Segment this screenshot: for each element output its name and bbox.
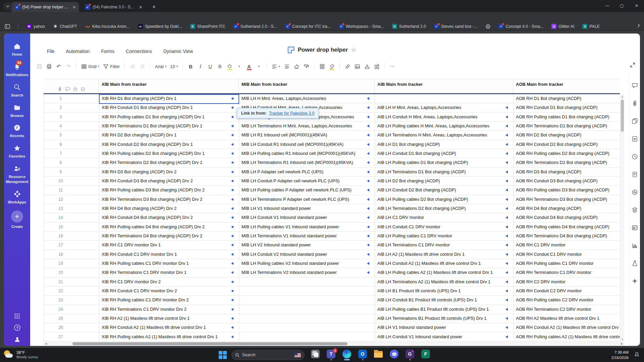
cell-aob-24[interactable]: AOB RH Terminations C2 DRV monitor <box>514 305 620 314</box>
row-number[interactable]: 10 <box>44 177 99 185</box>
row-number[interactable]: 13 <box>44 204 99 213</box>
insert-column-button[interactable] <box>372 62 381 71</box>
text-color-caret[interactable]: ▾ <box>255 62 263 71</box>
cell-mib-10[interactable]: MIB LH Conduit P Adapter cell newtork PL… <box>239 177 375 185</box>
bookmark-item[interactable]: ✓Steves sand box -... <box>434 24 478 29</box>
cell-aib-27[interactable]: AIB LH Conduit V1 Inbound standard power <box>375 333 514 341</box>
cell-xib-13[interactable]: XIB RH D4 Bot charging (ACDP) Drv 2 <box>99 204 239 213</box>
sidebar-item-notifications[interactable]: 54 Notifications <box>4 63 30 77</box>
horizontal-scrollbar[interactable]: ◀ ▶ <box>44 342 624 346</box>
cell-aob-5[interactable]: AOB RH D2 Bot charging (ACDP) <box>514 131 620 139</box>
column-header-aob[interactable]: AOB Main from tracker <box>513 79 620 93</box>
cell-aob-3[interactable]: AOB RH Pulling cables D1 Bot charging (A… <box>514 113 620 121</box>
cell-mib-19[interactable]: MIB LH Pulling cables V2 Inbound standar… <box>239 259 375 268</box>
cell-mib-21[interactable] <box>239 278 375 286</box>
view-switcher[interactable]: Grid▾ <box>80 62 101 71</box>
scroll-left-icon[interactable]: ◀ <box>44 342 48 346</box>
undo-button[interactable]: ↶ <box>54 62 63 71</box>
row-number[interactable]: 2 <box>44 103 99 112</box>
cell-aob-12[interactable]: AOB RH Terminations D3 Bot charging (ACD… <box>514 195 620 204</box>
comment-column-icon[interactable] <box>65 87 70 91</box>
sidebar-item-home[interactable]: Home <box>4 42 30 57</box>
cell-aob-7[interactable]: AOB RH Pulling cables D2 Bot charging (A… <box>514 149 620 158</box>
row-number[interactable]: 7 <box>44 149 99 158</box>
cell-mib-20[interactable]: MIB LH Terminations V2 Inbound standard … <box>239 268 375 277</box>
cell-aib-21[interactable]: AIB LH Terminations A2 (1) Mastless lift… <box>375 278 514 286</box>
cell-aob-2[interactable]: AOB RH Conduit D1 Bot charging (ACDP) <box>514 103 620 112</box>
bookmark-item[interactable]: SSutherland 2.0 <box>392 24 426 29</box>
taskbar-clock[interactable]: 7:38 AM 2/16/2026 <box>611 350 629 360</box>
scroll-right-icon[interactable]: ▶ <box>620 342 624 346</box>
row-number[interactable]: 9 <box>44 168 99 176</box>
bookmark-item[interactable]: ✓Sutherland 2.0 - S... <box>233 24 277 29</box>
underline-button[interactable]: U <box>206 62 215 71</box>
taskbar-app-photos[interactable] <box>311 350 320 360</box>
cell-aib-12[interactable]: AIB LH Pulling cables D2 Bot charging (A… <box>375 195 514 204</box>
cell-aib-6[interactable]: AIB LH D1 Bot charging (ACDP) <box>375 140 514 149</box>
cell-mib-24[interactable] <box>239 305 375 314</box>
sidebar-item-search[interactable]: Search <box>4 83 30 98</box>
cell-mib-22[interactable] <box>239 287 375 295</box>
cell-xib-7[interactable]: XIB RH Pulling cables D2 Bot charging (A… <box>99 149 239 158</box>
cell-aib-25[interactable]: AIB LH Terminations B1 Product lift cont… <box>375 314 514 323</box>
column-header-mib[interactable]: MIB Main from tracker <box>239 79 375 93</box>
taskbar-app-forms[interactable]: F <box>421 350 430 360</box>
cell-aib-9[interactable]: AIB LH Terminations D1 Bot charging (ACD… <box>375 168 514 176</box>
cell-aob-13[interactable]: AOB RH D4 Bot charging (ACDP) <box>514 204 620 213</box>
menu-file[interactable]: File <box>47 49 55 54</box>
taskbar-app-edge[interactable] <box>342 350 352 360</box>
wrap-text-button[interactable] <box>282 62 291 71</box>
cell-mib-9[interactable]: MIB LH P Adapter cell newtork PLC (UPS) <box>239 168 375 176</box>
cell-aib-16[interactable]: AIB LH Pulling cables C1 DRV monitor <box>375 232 514 240</box>
cell-xib-24[interactable]: XIB RH Terminations C1 DRV monitor Drv 2 <box>99 305 239 314</box>
tab-close-icon[interactable]: ✕ <box>139 5 143 10</box>
bookmark-item[interactable]: SSharePoint ITC <box>190 24 225 29</box>
sidebar-item-resource-management[interactable]: Resource Management <box>4 165 30 184</box>
bookmark-item[interactable]: SPALE <box>582 24 600 29</box>
cell-aob-8[interactable]: AOB RH Terminations D2 Bot charging (ACD… <box>514 158 620 167</box>
format-painter-button[interactable] <box>302 62 311 71</box>
menu-connections[interactable]: Connections <box>126 49 152 54</box>
browser-tab-active[interactable]: ✓ (54) Power drop helper - Smartshe ✕ <box>11 2 79 12</box>
bookmarks-overflow-icon[interactable] <box>637 23 640 28</box>
new-tab-button[interactable]: + <box>150 3 158 11</box>
cell-aib-26[interactable]: AIB LH V1 Inbound standard power <box>375 323 514 332</box>
taskbar-app-explorer[interactable] <box>374 350 383 360</box>
window-maximize-button[interactable]: ▢ <box>614 0 629 11</box>
row-number[interactable]: 11 <box>44 186 99 194</box>
cell-xib-25[interactable]: XIB RH A2 (1) Mastless lift drive contro… <box>99 314 239 323</box>
cell-mib-11[interactable]: MIB LH Pulling cables P Adapter cell new… <box>239 186 375 194</box>
contacts-icon[interactable] <box>632 224 638 231</box>
row-number[interactable]: 17 <box>44 241 99 249</box>
cell-aib-11[interactable]: AIB LH Conduit D2 Bot charging (ACDP) <box>375 186 514 194</box>
cell-xib-1[interactable]: XIB RH D1 Bot charging (ACDP) Drv 1 <box>99 94 239 103</box>
row-number[interactable]: 15 <box>44 223 99 231</box>
cell-aob-11[interactable]: AOB RH Pulling cables D3 Bot charging (A… <box>514 186 620 194</box>
cell-aib-22[interactable]: AIB LH B1 Product lift controls (UPS) Dr… <box>375 287 514 295</box>
row-number[interactable]: 23 <box>44 296 99 304</box>
cell-mib-26[interactable] <box>239 323 375 332</box>
cell-aib-4[interactable]: AIB LH Pulling cables H Mint. Areas, Lap… <box>375 122 514 130</box>
cell-mib-1[interactable]: MIB LH H Mint. Areas, Laptops,Accessorie… <box>239 94 375 103</box>
cell-aib-23[interactable]: AIB LH Conduit B1 Product lift controls … <box>375 296 514 304</box>
cell-aib-20[interactable]: AIB LH Pulling cables A2 (1) Mastless li… <box>375 268 514 277</box>
cell-xib-14[interactable]: XIB RH Conduit D4 Bot charging (ACDP) Dr… <box>99 213 239 222</box>
notification-center-icon[interactable]: z <box>634 352 639 358</box>
attachments-icon[interactable] <box>632 100 638 107</box>
cell-aob-14[interactable]: AOB RH Conduit D4 Bot charging (ACDP) <box>514 213 620 222</box>
window-close-button[interactable]: ✕ <box>629 0 644 11</box>
row-number[interactable]: 19 <box>44 259 99 268</box>
sidebar-item-browse[interactable]: Browse <box>4 104 30 118</box>
cell-aob-26[interactable]: AOB RH Conduit A2 (1) Mastless lift driv… <box>514 323 620 332</box>
account-icon[interactable] <box>14 336 20 343</box>
row-number[interactable]: 6 <box>44 140 99 149</box>
sidebar-item-create[interactable]: + Create <box>4 210 30 229</box>
bold-button[interactable]: B <box>186 62 195 71</box>
lab-icon[interactable] <box>632 260 638 266</box>
bookmark-item[interactable]: ✓Workspaces - Sma... <box>339 24 384 29</box>
cell-aib-17[interactable]: AIB LH Terminations C1 DRV monitor <box>375 241 514 249</box>
menu-forms[interactable]: Forms <box>101 49 114 54</box>
cell-mib-8[interactable]: MIB LH Terminations R1 Inbound cell (MCP… <box>239 158 375 167</box>
cell-xib-20[interactable]: XIB RH Terminations C1 DRV monitor Drv 1 <box>99 268 239 277</box>
sidebar-item-workapps[interactable]: WorkApps <box>4 190 30 205</box>
